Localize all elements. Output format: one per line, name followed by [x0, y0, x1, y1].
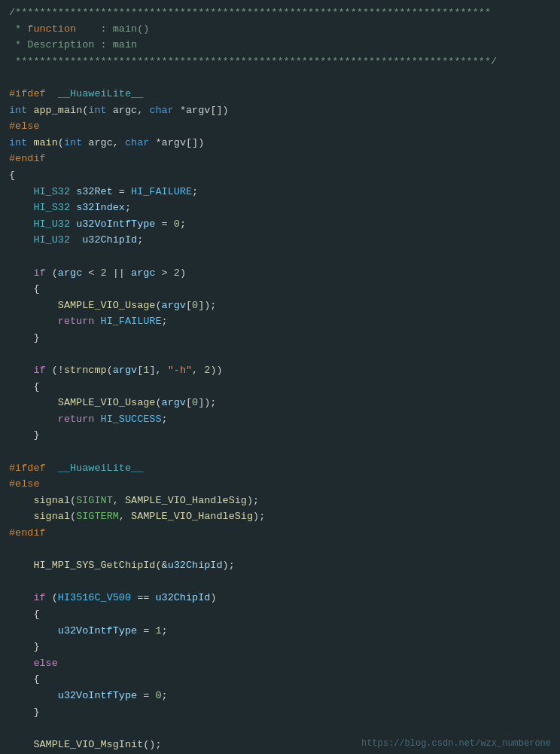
code-line: u32VoIntfType = 1;: [0, 623, 560, 640]
code-line: {: [0, 281, 560, 298]
code-line: [0, 720, 560, 737]
code-line: u32VoIntfType = 0;: [0, 688, 560, 704]
code-line: SAMPLE_VIO_Usage(argv[0]);: [0, 298, 560, 314]
code-line: ****************************************…: [0, 53, 560, 70]
code-line: HI_U32 u32ChipId;: [0, 232, 560, 249]
code-line: [0, 574, 560, 591]
code-line: [0, 69, 560, 86]
code-line: int app_main(int argc, char *argv[]): [0, 102, 560, 119]
code-line: #ifdef __HuaweiLite__: [0, 460, 560, 477]
code-line: if (!strncmp(argv[1], "-h", 2)): [0, 362, 560, 379]
code-line: if (argc < 2 || argc > 2): [0, 265, 560, 282]
code-line: [0, 249, 560, 265]
code-line: [0, 542, 560, 558]
code-line: {: [0, 379, 560, 395]
code-viewer: /***************************************…: [0, 0, 560, 754]
code-line: #ifdef __HuaweiLite__: [0, 86, 560, 102]
code-line: #else: [0, 118, 560, 135]
code-line: * Description : main: [0, 37, 560, 53]
code-line: int main(int argc, char *argv[]): [0, 135, 560, 151]
code-line: #endif: [0, 525, 560, 542]
code-line: {: [0, 606, 560, 623]
code-line: if (HI3516C_V500 == u32ChipId): [0, 590, 560, 606]
code-line: }: [0, 330, 560, 346]
code-line: return HI_SUCCESS;: [0, 411, 560, 428]
code-line: [0, 444, 560, 460]
code-line: }: [0, 639, 560, 655]
code-line: #endif: [0, 151, 560, 167]
code-line: #else: [0, 476, 560, 493]
code-line: }: [0, 704, 560, 721]
watermark: https://blog.csdn.net/wzx_numberone: [361, 737, 551, 751]
code-line: else: [0, 655, 560, 672]
code-line: [0, 346, 560, 362]
code-line: return HI_FAILURE;: [0, 313, 560, 330]
code-line: /***************************************…: [0, 5, 560, 21]
code-line: }: [0, 427, 560, 444]
code-line: SAMPLE_VIO_Usage(argv[0]);: [0, 395, 560, 411]
code-line: signal(SIGTERM, SAMPLE_VIO_HandleSig);: [0, 508, 560, 525]
code-line: HI_S32 s32Ret = HI_FAILURE;: [0, 184, 560, 200]
code-line: {: [0, 671, 560, 688]
code-line: HI_MPI_SYS_GetChipId(&u32ChipId);: [0, 557, 560, 574]
code-line: signal(SIGINT, SAMPLE_VIO_HandleSig);: [0, 493, 560, 509]
code-line: * function : main(): [0, 21, 560, 38]
code-line: {: [0, 167, 560, 184]
code-line: HI_U32 u32VoIntfType = 0;: [0, 216, 560, 233]
code-line: HI_S32 s32Index;: [0, 200, 560, 216]
